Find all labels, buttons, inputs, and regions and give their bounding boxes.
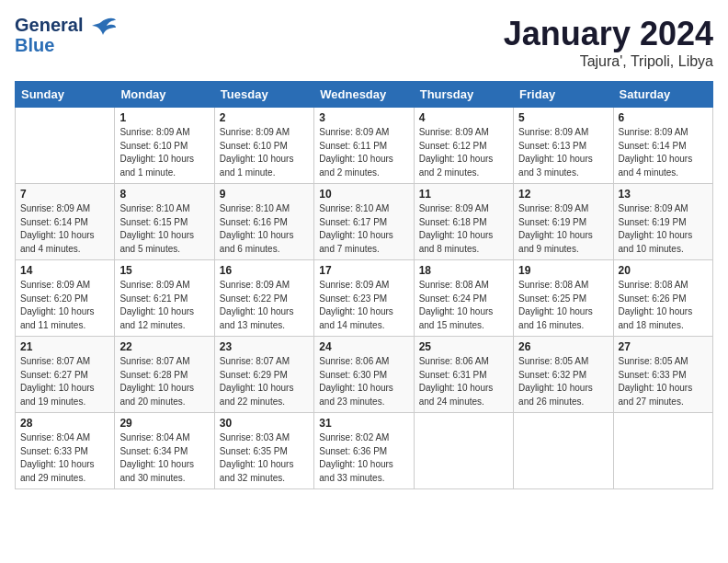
day-info: Sunrise: 8:10 AM Sunset: 6:17 PM Dayligh… bbox=[319, 202, 408, 256]
title-block: January 2024 Tajura', Tripoli, Libya bbox=[504, 15, 713, 70]
day-number: 9 bbox=[220, 188, 309, 201]
day-info: Sunrise: 8:04 AM Sunset: 6:33 PM Dayligh… bbox=[20, 431, 109, 485]
logo-line1: General bbox=[15, 15, 83, 35]
day-number: 20 bbox=[619, 264, 708, 277]
calendar-cell bbox=[414, 413, 513, 489]
calendar-cell: 26Sunrise: 8:05 AM Sunset: 6:32 PM Dayli… bbox=[514, 337, 613, 413]
calendar-cell: 14Sunrise: 8:09 AM Sunset: 6:20 PM Dayli… bbox=[16, 260, 115, 337]
calendar-cell: 2Sunrise: 8:09 AM Sunset: 6:10 PM Daylig… bbox=[214, 108, 313, 184]
day-info: Sunrise: 8:07 AM Sunset: 6:28 PM Dayligh… bbox=[119, 355, 209, 408]
day-info: Sunrise: 8:09 AM Sunset: 6:12 PM Dayligh… bbox=[419, 126, 508, 179]
calendar-cell: 18Sunrise: 8:08 AM Sunset: 6:24 PM Dayli… bbox=[414, 260, 513, 337]
calendar-cell: 10Sunrise: 8:10 AM Sunset: 6:17 PM Dayli… bbox=[314, 184, 414, 260]
day-info: Sunrise: 8:06 AM Sunset: 6:30 PM Dayligh… bbox=[319, 355, 408, 408]
calendar-week-4: 21Sunrise: 8:07 AM Sunset: 6:27 PM Dayli… bbox=[16, 337, 713, 413]
day-info: Sunrise: 8:09 AM Sunset: 6:23 PM Dayligh… bbox=[319, 279, 408, 332]
day-number: 2 bbox=[220, 111, 309, 124]
calendar-cell: 19Sunrise: 8:08 AM Sunset: 6:25 PM Dayli… bbox=[514, 260, 613, 337]
calendar-cell bbox=[514, 413, 613, 489]
day-number: 14 bbox=[20, 264, 109, 277]
calendar-cell: 17Sunrise: 8:09 AM Sunset: 6:23 PM Dayli… bbox=[314, 260, 414, 337]
day-info: Sunrise: 8:09 AM Sunset: 6:13 PM Dayligh… bbox=[518, 126, 608, 179]
day-info: Sunrise: 8:05 AM Sunset: 6:32 PM Dayligh… bbox=[518, 355, 608, 408]
weekday-header-sunday: Sunday bbox=[16, 82, 115, 108]
day-info: Sunrise: 8:09 AM Sunset: 6:14 PM Dayligh… bbox=[619, 126, 708, 179]
logo-bird-icon bbox=[85, 15, 118, 48]
day-number: 29 bbox=[119, 417, 209, 430]
day-info: Sunrise: 8:10 AM Sunset: 6:15 PM Dayligh… bbox=[119, 202, 209, 256]
day-number: 26 bbox=[518, 340, 608, 353]
day-info: Sunrise: 8:09 AM Sunset: 6:19 PM Dayligh… bbox=[619, 202, 708, 256]
day-info: Sunrise: 8:08 AM Sunset: 6:26 PM Dayligh… bbox=[619, 279, 708, 332]
day-info: Sunrise: 8:09 AM Sunset: 6:18 PM Dayligh… bbox=[419, 202, 508, 256]
calendar-table: SundayMondayTuesdayWednesdayThursdayFrid… bbox=[15, 81, 713, 489]
day-number: 6 bbox=[619, 111, 708, 124]
day-info: Sunrise: 8:05 AM Sunset: 6:33 PM Dayligh… bbox=[619, 355, 708, 408]
calendar-cell: 7Sunrise: 8:09 AM Sunset: 6:14 PM Daylig… bbox=[16, 184, 115, 260]
calendar-cell: 29Sunrise: 8:04 AM Sunset: 6:34 PM Dayli… bbox=[115, 413, 214, 489]
day-info: Sunrise: 8:03 AM Sunset: 6:35 PM Dayligh… bbox=[220, 431, 309, 485]
day-info: Sunrise: 8:09 AM Sunset: 6:19 PM Dayligh… bbox=[518, 202, 608, 256]
day-number: 3 bbox=[319, 111, 408, 124]
weekday-header-row: SundayMondayTuesdayWednesdayThursdayFrid… bbox=[16, 82, 713, 108]
calendar-week-5: 28Sunrise: 8:04 AM Sunset: 6:33 PM Dayli… bbox=[16, 413, 713, 489]
calendar-cell bbox=[613, 413, 712, 489]
calendar-cell: 31Sunrise: 8:02 AM Sunset: 6:36 PM Dayli… bbox=[314, 413, 414, 489]
weekday-header-tuesday: Tuesday bbox=[214, 82, 313, 108]
day-info: Sunrise: 8:09 AM Sunset: 6:10 PM Dayligh… bbox=[119, 126, 209, 179]
page-header: General Blue January 2024 Tajura', Tripo… bbox=[15, 15, 713, 70]
day-number: 13 bbox=[619, 188, 708, 201]
day-number: 30 bbox=[220, 417, 309, 430]
calendar-cell: 16Sunrise: 8:09 AM Sunset: 6:22 PM Dayli… bbox=[214, 260, 313, 337]
weekday-header-monday: Monday bbox=[115, 82, 214, 108]
day-number: 15 bbox=[119, 264, 209, 277]
calendar-cell: 30Sunrise: 8:03 AM Sunset: 6:35 PM Dayli… bbox=[214, 413, 313, 489]
calendar-cell: 15Sunrise: 8:09 AM Sunset: 6:21 PM Dayli… bbox=[115, 260, 214, 337]
calendar-cell: 27Sunrise: 8:05 AM Sunset: 6:33 PM Dayli… bbox=[613, 337, 712, 413]
calendar-cell: 28Sunrise: 8:04 AM Sunset: 6:33 PM Dayli… bbox=[16, 413, 115, 489]
day-info: Sunrise: 8:07 AM Sunset: 6:29 PM Dayligh… bbox=[220, 355, 309, 408]
day-number: 21 bbox=[20, 340, 109, 353]
logo: General Blue bbox=[15, 15, 118, 55]
day-number: 10 bbox=[319, 188, 408, 201]
day-number: 24 bbox=[319, 340, 408, 353]
day-info: Sunrise: 8:10 AM Sunset: 6:16 PM Dayligh… bbox=[220, 202, 309, 256]
calendar-cell: 5Sunrise: 8:09 AM Sunset: 6:13 PM Daylig… bbox=[514, 108, 613, 184]
calendar-week-3: 14Sunrise: 8:09 AM Sunset: 6:20 PM Dayli… bbox=[16, 260, 713, 337]
day-number: 18 bbox=[419, 264, 508, 277]
calendar-cell: 6Sunrise: 8:09 AM Sunset: 6:14 PM Daylig… bbox=[613, 108, 712, 184]
weekday-header-friday: Friday bbox=[514, 82, 613, 108]
logo-text: General Blue bbox=[15, 15, 118, 55]
day-info: Sunrise: 8:02 AM Sunset: 6:36 PM Dayligh… bbox=[319, 431, 408, 485]
day-info: Sunrise: 8:04 AM Sunset: 6:34 PM Dayligh… bbox=[119, 431, 209, 485]
month-title: January 2024 bbox=[504, 15, 713, 53]
day-info: Sunrise: 8:07 AM Sunset: 6:27 PM Dayligh… bbox=[20, 355, 109, 408]
day-number: 22 bbox=[119, 340, 209, 353]
day-number: 17 bbox=[319, 264, 408, 277]
day-number: 25 bbox=[419, 340, 508, 353]
day-number: 12 bbox=[518, 188, 608, 201]
calendar-cell: 8Sunrise: 8:10 AM Sunset: 6:15 PM Daylig… bbox=[115, 184, 214, 260]
calendar-week-2: 7Sunrise: 8:09 AM Sunset: 6:14 PM Daylig… bbox=[16, 184, 713, 260]
day-number: 28 bbox=[20, 417, 109, 430]
day-info: Sunrise: 8:08 AM Sunset: 6:25 PM Dayligh… bbox=[518, 279, 608, 332]
day-number: 5 bbox=[518, 111, 608, 124]
day-info: Sunrise: 8:09 AM Sunset: 6:22 PM Dayligh… bbox=[220, 279, 309, 332]
day-info: Sunrise: 8:09 AM Sunset: 6:20 PM Dayligh… bbox=[20, 279, 109, 332]
calendar-cell: 21Sunrise: 8:07 AM Sunset: 6:27 PM Dayli… bbox=[16, 337, 115, 413]
day-number: 19 bbox=[518, 264, 608, 277]
day-info: Sunrise: 8:06 AM Sunset: 6:31 PM Dayligh… bbox=[419, 355, 508, 408]
calendar-cell: 20Sunrise: 8:08 AM Sunset: 6:26 PM Dayli… bbox=[613, 260, 712, 337]
day-number: 31 bbox=[319, 417, 408, 430]
calendar-cell: 9Sunrise: 8:10 AM Sunset: 6:16 PM Daylig… bbox=[214, 184, 313, 260]
calendar-cell: 4Sunrise: 8:09 AM Sunset: 6:12 PM Daylig… bbox=[414, 108, 513, 184]
location: Tajura', Tripoli, Libya bbox=[504, 53, 713, 70]
weekday-header-wednesday: Wednesday bbox=[314, 82, 414, 108]
logo-line2: Blue bbox=[15, 35, 54, 55]
weekday-header-saturday: Saturday bbox=[613, 82, 712, 108]
day-number: 23 bbox=[220, 340, 309, 353]
day-number: 4 bbox=[419, 111, 508, 124]
day-number: 1 bbox=[119, 111, 209, 124]
day-info: Sunrise: 8:09 AM Sunset: 6:21 PM Dayligh… bbox=[119, 279, 209, 332]
calendar-cell: 3Sunrise: 8:09 AM Sunset: 6:11 PM Daylig… bbox=[314, 108, 414, 184]
